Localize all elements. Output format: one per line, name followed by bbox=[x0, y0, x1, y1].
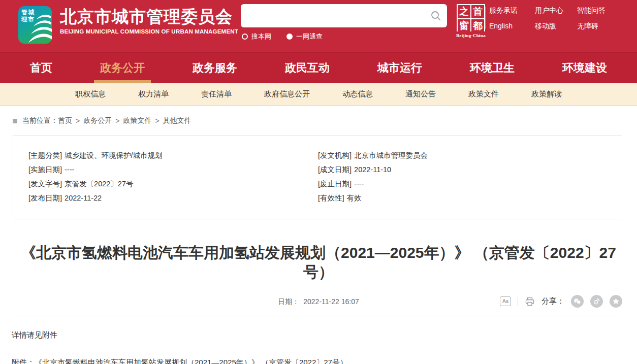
meta-label: [有效性] bbox=[318, 194, 344, 202]
breadcrumb-square-icon bbox=[13, 119, 17, 123]
search-box bbox=[241, 4, 447, 27]
subnav-item-notices[interactable]: 通知公告 bbox=[405, 89, 436, 99]
attachment-label: 附件： bbox=[12, 358, 35, 364]
meta-row-validity: [有效性]有效 bbox=[318, 191, 622, 205]
radio-label: 搜本网 bbox=[251, 32, 271, 41]
attachment-link[interactable]: 《北京市氢燃料电池汽车车用加氢站发展规划（2021—2025年）》 （京管发〔2… bbox=[35, 358, 347, 364]
breadcrumb-separator: > bbox=[115, 117, 119, 125]
nav-item-gov-service[interactable]: 政务服务 bbox=[185, 53, 244, 83]
nav-item-sanitation[interactable]: 环境卫生 bbox=[463, 53, 522, 83]
nav-item-interaction[interactable]: 政民互动 bbox=[278, 53, 337, 83]
logo-swoosh-icon bbox=[28, 12, 52, 44]
meta-label: [废止日期] bbox=[318, 180, 352, 188]
meta-row-issuing-org: [发文机构]北京市城市管理委员会 bbox=[318, 148, 622, 162]
article-toolbar: 日期：2022-11-22 16:07 Aa 分享： bbox=[0, 294, 637, 309]
page-title: 《北京市氢燃料电池汽车车用加氢站发展规划（2021—2025年）》 （京管发〔2… bbox=[15, 243, 622, 282]
star-icon bbox=[612, 297, 620, 306]
subnav-item-authority-info[interactable]: 职权信息 bbox=[75, 89, 106, 99]
breadcrumb-item-policy[interactable]: 政策文件 bbox=[123, 116, 151, 125]
quick-link-mobile[interactable]: 移动版 bbox=[535, 22, 577, 30]
meta-value: 京管发〔2022〕27号 bbox=[65, 180, 133, 188]
quick-link-service-promise[interactable]: 服务承诺 bbox=[489, 6, 535, 14]
meta-label: [成文日期] bbox=[318, 166, 352, 174]
subnav-item-policy-reading[interactable]: 政策解读 bbox=[531, 89, 562, 99]
site-header: 管城 理市 北京市城市管理委员会 BEIJING MUNICIPAL COMMI… bbox=[0, 0, 637, 52]
article-tools: Aa 分享： bbox=[500, 295, 622, 308]
subnav-item-power-list[interactable]: 权力清单 bbox=[138, 89, 169, 99]
subnav-item-dynamic-info[interactable]: 动态信息 bbox=[342, 89, 373, 99]
nav-item-gov-info[interactable]: 政务公开 bbox=[93, 53, 152, 83]
subnav-item-policy-files[interactable]: 政策文件 bbox=[468, 89, 499, 99]
meta-label: [发文机构] bbox=[318, 151, 352, 159]
date-label: 日期： bbox=[278, 297, 299, 306]
document-meta-box: [主题分类]城乡建设、环境保护/城市规划 [实施日期]---- [发文字号]京管… bbox=[13, 135, 622, 219]
main-nav: 首页 政务公开 政务服务 政民互动 城市运行 环境卫生 环境建设 bbox=[0, 52, 637, 83]
weibo-icon bbox=[592, 297, 601, 306]
quick-link-user-center[interactable]: 用户中心 bbox=[535, 6, 577, 14]
subnav-item-duty-list[interactable]: 责任清单 bbox=[201, 89, 232, 99]
search-scope-options: 搜本网 一网通查 bbox=[242, 32, 323, 41]
seal-caption: Beijing-China bbox=[455, 33, 487, 38]
meta-label: [发布日期] bbox=[28, 194, 62, 202]
printer-icon bbox=[525, 296, 535, 307]
wechat-icon bbox=[573, 297, 582, 306]
meta-row-topic: [主题分类]城乡建设、环境保护/城市规划 bbox=[28, 148, 318, 162]
seal-grid-icon: 之 首 窗 都 bbox=[457, 4, 485, 31]
radio-search-this-site[interactable]: 搜本网 bbox=[242, 32, 271, 41]
seal-char: 首 bbox=[471, 5, 484, 18]
meta-row-implement-date: [实施日期]---- bbox=[28, 162, 318, 177]
share-wechat-button[interactable] bbox=[571, 295, 584, 308]
share-weibo-button[interactable] bbox=[590, 295, 603, 308]
font-size-button[interactable]: Aa bbox=[500, 296, 511, 306]
quick-links: 服务承诺 用户中心 智能问答 English 移动版 无障碍 bbox=[489, 6, 606, 30]
meta-value: ---- bbox=[65, 166, 74, 174]
meta-row-written-date: [成文日期]2022-11-10 bbox=[318, 162, 622, 177]
quick-link-english[interactable]: English bbox=[489, 22, 535, 30]
site-identity: 北京市城市管理委员会 BEIJING MUNICIPAL COMMISSION … bbox=[60, 7, 238, 35]
breadcrumb-item-gov-info[interactable]: 政务公开 bbox=[83, 116, 112, 125]
radio-ring-icon bbox=[242, 34, 248, 40]
meta-row-repeal-date: [废止日期]---- bbox=[318, 177, 622, 191]
breadcrumb-separator: > bbox=[76, 117, 80, 125]
print-button[interactable] bbox=[525, 296, 535, 307]
meta-value: 2022-11-22 bbox=[65, 194, 102, 202]
search-input[interactable] bbox=[241, 4, 425, 27]
radio-dot-icon bbox=[286, 34, 293, 40]
meta-value: 城乡建设、环境保护/城市规划 bbox=[65, 151, 163, 159]
nav-item-city-ops[interactable]: 城市运行 bbox=[370, 53, 429, 83]
subnav-item-gov-info-public[interactable]: 政府信息公开 bbox=[264, 89, 310, 99]
quick-link-smart-qa[interactable]: 智能问答 bbox=[577, 6, 606, 14]
seal-char: 都 bbox=[471, 19, 484, 32]
site-logo[interactable]: 管城 理市 bbox=[18, 6, 52, 44]
meta-row-publish-date: [发布日期]2022-11-22 bbox=[28, 191, 318, 205]
meta-row-doc-number: [发文字号]京管发〔2022〕27号 bbox=[28, 177, 318, 191]
nav-item-home[interactable]: 首页 bbox=[23, 53, 59, 83]
site-subtitle: BEIJING MUNICIPAL COMMISSION OF URBAN MA… bbox=[60, 28, 238, 35]
body-intro: 详情请见附件 bbox=[12, 330, 624, 340]
capital-window-seal[interactable]: 之 首 窗 都 Beijing-China bbox=[455, 4, 487, 38]
quick-link-accessibility[interactable]: 无障碍 bbox=[577, 22, 606, 30]
meta-value: 有效 bbox=[347, 194, 362, 202]
content-divider bbox=[12, 316, 621, 316]
tool-divider bbox=[518, 297, 518, 306]
breadcrumb-item-home[interactable]: 首页 bbox=[58, 116, 72, 125]
seal-char: 窗 bbox=[458, 19, 470, 32]
body-attachment-line: 附件：《北京市氢燃料电池汽车车用加氢站发展规划（2021—2025年）》 （京管… bbox=[12, 357, 624, 364]
breadcrumb-separator: > bbox=[155, 117, 159, 125]
breadcrumb-item-current: 其他文件 bbox=[163, 116, 192, 125]
date-value: 2022-11-22 16:07 bbox=[303, 297, 359, 306]
share-qzone-button[interactable] bbox=[610, 295, 622, 308]
search-button[interactable] bbox=[425, 4, 447, 27]
sub-nav: 职权信息 权力清单 责任清单 政府信息公开 动态信息 通知公告 政策文件 政策解… bbox=[0, 83, 637, 106]
radio-search-network[interactable]: 一网通查 bbox=[286, 32, 323, 41]
breadcrumb: 当前位置： 首页 > 政务公开 > 政策文件 > 其他文件 bbox=[13, 116, 637, 125]
header-divider bbox=[485, 7, 486, 29]
site-title: 北京市城市管理委员会 bbox=[60, 7, 238, 27]
meta-label: [主题分类] bbox=[28, 151, 62, 159]
meta-label: [实施日期] bbox=[28, 166, 62, 174]
share-label: 分享： bbox=[542, 296, 564, 306]
nav-item-env-build[interactable]: 环境建设 bbox=[555, 53, 614, 83]
meta-value: ---- bbox=[354, 180, 364, 188]
search-icon bbox=[430, 10, 441, 21]
meta-value: 2022-11-10 bbox=[354, 166, 391, 174]
